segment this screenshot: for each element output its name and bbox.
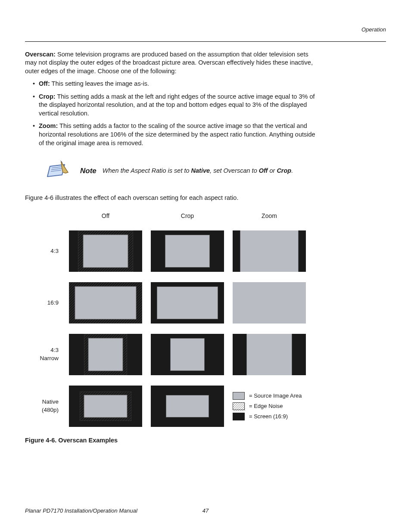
footer-title: Planar PD7170 Installation/Operation Man… [25, 507, 137, 515]
figure-caption: Figure 4-6. Overscan Examples [25, 436, 386, 445]
row-4-3-narrow: 4:3 Narrow [30, 334, 386, 375]
overscan-intro: Overscan: Some television programs are p… [25, 50, 318, 76]
diagram-narrow-off [69, 334, 142, 375]
row-label-4-3: 4:3 [30, 247, 65, 255]
diagram-4-3-zoom [233, 230, 306, 272]
row-label-16-9: 16:9 [30, 299, 65, 307]
legend-screen: = Screen (16:9) [233, 413, 302, 420]
off-text: This setting leaves the image as-is. [52, 80, 149, 87]
header-rule [25, 41, 386, 42]
list-item-off: Off: This setting leaves the image as-is… [33, 80, 317, 88]
zoom-text: This setting adds a factor to the scalin… [39, 122, 315, 146]
diagram-16-9-crop [151, 282, 224, 324]
figure-intro: Figure 4-6 illustrates the effect of eac… [25, 194, 386, 202]
svg-rect-11 [233, 403, 245, 411]
row-label-native: Native (480p) [30, 398, 65, 414]
row-16-9: 16:9 [30, 282, 386, 324]
diagram-4-3-crop [151, 230, 224, 272]
svg-rect-8 [88, 338, 123, 371]
svg-rect-4 [83, 235, 128, 268]
off-label: Off: [39, 80, 50, 87]
section-header: Operation [25, 26, 386, 34]
swatch-screen-icon [233, 413, 245, 420]
legend-source: = Source Image Area [233, 392, 302, 400]
zoom-label: Zoom: [39, 122, 58, 129]
legend: = Source Image Area = Edge Noise = Scree… [233, 392, 302, 420]
row-4-3: 4:3 [30, 230, 386, 272]
note-icon [44, 160, 74, 182]
diagram-16-9-zoom [233, 282, 306, 324]
diagram-4-3-off [69, 230, 142, 272]
crop-text: This setting adds a mask at the left and… [39, 93, 315, 117]
diagram-native-off [69, 386, 142, 427]
overscan-intro-text: Some television programs are produced ba… [25, 51, 313, 75]
row-native: Native (480p) = Source Image Area [30, 386, 386, 427]
note-text: When the Aspect Ratio is set to Native, … [103, 167, 293, 175]
swatch-edge-icon [233, 402, 245, 410]
crop-label: Crop: [39, 93, 56, 100]
col-header-off: Off [65, 212, 146, 220]
note-block: Note When the Aspect Ratio is set to Nat… [44, 160, 320, 182]
overscan-list: Off: This setting leaves the image as-is… [33, 80, 318, 147]
diagram-native-crop [151, 386, 224, 427]
diagram-narrow-zoom [233, 334, 306, 375]
col-header-zoom: Zoom [228, 212, 310, 220]
page-footer: Planar PD7170 Installation/Operation Man… [25, 507, 386, 515]
svg-rect-10 [84, 395, 127, 417]
swatch-source-icon [233, 392, 245, 400]
overscan-grid: Off Crop Zoom 4:3 16:9 [30, 212, 386, 427]
diagram-narrow-crop [151, 334, 224, 375]
col-header-crop: Crop [146, 212, 228, 220]
legend-edge: = Edge Noise [233, 402, 302, 410]
column-headers: Off Crop Zoom [65, 212, 386, 220]
row-label-4-3-narrow: 4:3 Narrow [30, 346, 65, 362]
list-item-crop: Crop: This setting adds a mask at the le… [33, 93, 317, 118]
footer-page-number: 47 [202, 507, 209, 515]
list-item-zoom: Zoom: This setting adds a factor to the … [33, 122, 317, 147]
svg-rect-6 [75, 286, 136, 319]
overscan-label: Overscan: [25, 51, 56, 58]
note-label: Note [80, 166, 97, 176]
diagram-16-9-off [69, 282, 142, 324]
